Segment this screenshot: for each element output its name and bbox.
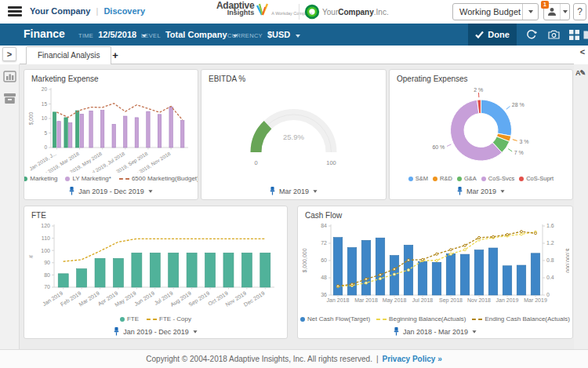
legend-item: CoS-Svcs <box>481 175 514 182</box>
legend-dot-icon <box>457 177 462 181</box>
version-selector[interactable]: Working Budget <box>452 3 539 20</box>
level-selector[interactable]: LEVEL Total Company <box>141 30 238 39</box>
caret-down-icon <box>193 330 197 333</box>
currency-selector[interactable]: CURRENCY $USD <box>227 30 300 39</box>
legend-item: FTE - Copy <box>147 315 191 322</box>
period-label: Jan 2019 - Dec 2019 <box>123 328 189 336</box>
period-selector[interactable]: Mar 2019 <box>390 187 572 195</box>
footer-divider: | <box>376 355 379 363</box>
svg-text:Mar 2018: Mar 2018 <box>354 297 378 303</box>
svg-text:Jan 2019: Jan 2019 <box>496 297 519 303</box>
svg-text:1.2: 1.2 <box>546 240 554 246</box>
svg-text:110: 110 <box>42 235 50 241</box>
chart-title: Cash Flow <box>305 211 572 220</box>
period-label: Mar 2019 <box>466 188 496 195</box>
client-logo-part2: Company <box>338 8 374 16</box>
svg-text:72: 72 <box>321 240 327 246</box>
camera-icon[interactable] <box>544 24 563 46</box>
chart-title: FTE <box>31 211 287 220</box>
period-label: Mar 2019 <box>279 188 309 195</box>
legend-label: FTE - Copy <box>159 315 191 322</box>
svg-text:2 %: 2 % <box>474 87 483 93</box>
svg-text:Jan 2018: Jan 2018 <box>327 297 350 303</box>
legend-label: 6500 Marketing(Budget) <box>132 175 198 182</box>
discovery-link[interactable]: Discovery <box>103 6 145 16</box>
ebitda-gauge-chart: 25.9%0100 <box>205 85 383 173</box>
version-caret[interactable] <box>522 4 538 20</box>
legend-dash-icon <box>376 319 387 320</box>
copyright-text: Copyright © 2004-2018 Adaptive Insights,… <box>146 355 372 363</box>
svg-text:#: # <box>28 255 34 258</box>
adaptive-insights-logo: Adaptive Insights A Workday Company <box>216 2 312 16</box>
user-menu-caret[interactable] <box>560 4 569 20</box>
svg-text:10: 10 <box>42 115 48 121</box>
done-button[interactable]: Done <box>468 24 517 46</box>
pushpin-icon <box>270 187 275 195</box>
footer: Copyright © 2004-2018 Adaptive Insights,… <box>0 349 588 368</box>
legend-label: R&D <box>440 175 452 182</box>
pushpin-icon <box>457 187 463 195</box>
expand-panel-chevron-right-icon[interactable]: > <box>2 47 16 61</box>
chart-legend: Net Cash Flow(Target)Beginning Balance(A… <box>298 315 572 322</box>
svg-text:Nov 2018: Nov 2018 <box>467 297 491 303</box>
left-toolbar <box>0 64 20 349</box>
adaptive-v-icon <box>256 2 269 16</box>
folder-icon[interactable] <box>580 24 588 46</box>
legend-label: Marketing <box>30 175 57 182</box>
chart-legend: FTEFTE - Copy <box>24 315 287 322</box>
marketing-expense-card: Marketing Expense 05101520$,000Jan 2019,… <box>24 69 198 200</box>
legend-item: Marketing <box>24 175 57 182</box>
svg-text:Sep 2019: Sep 2019 <box>187 290 211 308</box>
svg-text:15: 15 <box>42 101 48 107</box>
svg-text:5: 5 <box>44 130 47 136</box>
hamburger-menu-icon[interactable] <box>8 6 22 16</box>
svg-text:May 2018: May 2018 <box>383 297 407 304</box>
legend-label: FTE <box>127 315 139 322</box>
time-selector[interactable]: TIME 12/5/2018 <box>78 30 147 39</box>
ebitda-card: EBITDA % 25.9%0100 Mar 2019 <box>201 69 387 200</box>
chart-title: EBITDA % <box>209 75 386 83</box>
svg-text:70: 70 <box>44 284 50 290</box>
chart-library-icon[interactable] <box>3 71 17 85</box>
archive-box-icon[interactable] <box>3 93 17 107</box>
level-label: LEVEL <box>141 32 161 39</box>
period-selector[interactable]: Jan 2019 - Dec 2019 <box>24 327 287 336</box>
chart-title: Marketing Expense <box>31 75 198 83</box>
legend-item: Net Cash Flow(Target) <box>300 315 370 322</box>
svg-text:60: 60 <box>321 257 327 263</box>
legend-label: S&M <box>416 175 428 182</box>
collapse-panel-chevron-left-icon[interactable]: < <box>576 47 588 60</box>
svg-text:0: 0 <box>44 144 47 150</box>
period-selector[interactable]: Jan 2018 - Mar 2019 <box>298 327 572 336</box>
period-selector[interactable]: Jan 2019 - Dec 2019 <box>24 187 198 195</box>
tab-financial-analysis[interactable]: Financial Analysis <box>26 46 111 64</box>
svg-text:Dec 2019: Dec 2019 <box>243 290 266 308</box>
svg-text:100: 100 <box>41 248 50 253</box>
pushpin-icon <box>394 327 399 336</box>
user-menu-button[interactable]: 1 <box>543 3 570 20</box>
legend-item: R&D <box>433 175 452 182</box>
client-logo-part1: Your <box>322 8 338 16</box>
svg-text:1.6: 1.6 <box>546 223 554 228</box>
caret-down-icon <box>313 190 317 192</box>
legend-dot-icon <box>433 177 437 181</box>
help-button[interactable]: ? <box>573 3 586 20</box>
currency-label: CURRENCY <box>227 32 263 39</box>
svg-text:48: 48 <box>321 275 327 280</box>
legend-dot-icon <box>408 177 413 181</box>
svg-text:90: 90 <box>44 260 50 265</box>
chart-title: Operating Expenses <box>397 75 572 83</box>
period-selector[interactable]: Mar 2019 <box>201 187 386 195</box>
refresh-icon[interactable] <box>522 24 541 46</box>
svg-text:7 %: 7 % <box>514 150 524 155</box>
your-company-link[interactable]: Your Company <box>30 6 90 16</box>
legend-item: G&A <box>457 175 477 182</box>
client-logo: YourCompany.Inc. <box>304 4 389 20</box>
legend-dash-icon <box>119 178 129 180</box>
privacy-policy-link[interactable]: Privacy Policy » <box>383 355 442 363</box>
level-value: Total Company <box>165 30 227 39</box>
chart-legend: MarketingLY Marketing*6500 Marketing(Bud… <box>24 175 198 182</box>
text-format-icon[interactable]: A✎ <box>575 69 585 77</box>
notification-badge: 1 <box>541 1 549 9</box>
svg-text:0.8: 0.8 <box>546 257 554 263</box>
